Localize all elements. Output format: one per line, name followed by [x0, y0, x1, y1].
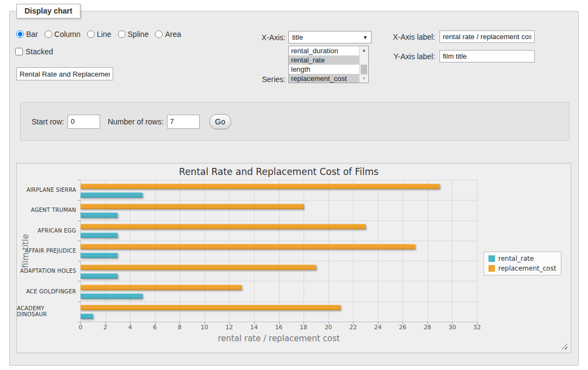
y-gridline [81, 221, 477, 221]
y-tick-mark [78, 200, 81, 200]
x-gridline [477, 180, 478, 322]
x-gridline [254, 180, 255, 322]
y-tick-mark [78, 221, 81, 221]
radio-line[interactable] [87, 30, 95, 38]
chart-type-option-line[interactable]: Line [87, 30, 111, 39]
x-gridline [81, 180, 81, 322]
y-gridline [81, 302, 477, 302]
rows-panel: Start row: Number of rows: Go [20, 102, 570, 141]
x-gridline [403, 180, 403, 322]
bar-replacement_cost[interactable] [81, 184, 440, 189]
bar-replacement_cost[interactable] [81, 224, 366, 229]
x-tick-label: 10 [201, 324, 208, 331]
bar-rental_rate[interactable] [81, 293, 143, 299]
radio-area[interactable] [155, 30, 163, 38]
stacked-checkbox[interactable] [15, 48, 23, 55]
stacked-option[interactable]: Stacked [15, 47, 53, 56]
series-option-rental_rate[interactable]: rental_rate [289, 55, 359, 65]
start-row-input[interactable] [67, 115, 100, 129]
legend-swatch [488, 255, 495, 262]
bar-replacement_cost[interactable] [81, 244, 415, 249]
chart-x-axis-title: rental rate / replacement cost [81, 334, 477, 343]
x-tick-label: 14 [250, 324, 258, 331]
chart-type-radiogroup: BarColumnLineSplineArea [16, 30, 181, 39]
radio-column[interactable] [45, 30, 52, 38]
series-label: Series: [234, 75, 286, 84]
bar-replacement_cost[interactable] [81, 204, 304, 209]
x-axis-label-input[interactable] [440, 30, 535, 43]
x-gridline [130, 180, 131, 322]
x-gridline [155, 180, 156, 322]
x-axis-selected-value: title [292, 33, 303, 41]
chart-legend: rental_rate replacement_cost [484, 252, 561, 275]
x-gridline [205, 180, 205, 322]
bar-rental_rate[interactable] [81, 192, 143, 198]
fieldset-legend: Display chart [16, 4, 81, 18]
y-gridline [81, 261, 477, 261]
bar-replacement_cost[interactable] [81, 265, 316, 270]
x-tick-label: 26 [399, 324, 406, 331]
x-gridline [180, 180, 180, 322]
radio-label: Column [54, 30, 81, 39]
radio-label: Line [97, 30, 111, 39]
legend-item-rental-rate[interactable]: rental_rate [488, 255, 556, 262]
x-tick-label: 0 [79, 324, 83, 331]
chart-title: Rental Rate and Replacement Cost of Film… [81, 166, 477, 177]
series-options: rental_durationrental_ratelengthreplacem… [289, 46, 359, 83]
series-option-replacement_cost[interactable]: replacement_cost [289, 74, 359, 83]
bar-rental_rate[interactable] [81, 273, 117, 279]
chart-type-option-column[interactable]: Column [45, 30, 81, 39]
radio-label: Area [165, 30, 181, 39]
chart-type-option-spline[interactable]: Spline [118, 30, 149, 39]
number-of-rows-input[interactable] [167, 115, 200, 129]
radio-bar[interactable] [16, 30, 24, 38]
scrollbar-thumb[interactable] [361, 65, 367, 76]
chart-type-option-bar[interactable]: Bar [16, 30, 38, 39]
x-tick-label: 24 [374, 324, 382, 331]
legend-item-replacement-cost[interactable]: replacement_cost [488, 265, 556, 272]
x-axis-select[interactable]: title ▼ [288, 31, 372, 43]
chevron-down-icon: ▼ [363, 35, 368, 40]
bar-rental_rate[interactable] [81, 313, 93, 319]
stacked-label: Stacked [26, 47, 53, 56]
x-axis-label-field-label: X-Axis label: [381, 33, 435, 41]
x-tick-label: 22 [349, 324, 357, 331]
category-label: ACADEMY DINOSAUR [17, 302, 76, 322]
start-row-label: Start row: [32, 117, 64, 126]
x-gridline [229, 180, 230, 322]
series-scrollbar[interactable]: ▲ ▼ [359, 46, 368, 83]
chart-title-input[interactable] [16, 67, 113, 80]
scroll-up-icon[interactable]: ▲ [360, 46, 368, 54]
bar-rental_rate[interactable] [81, 233, 117, 238]
category-label: AIRPLANE SIERRA [17, 180, 76, 200]
y-tick-mark [78, 281, 81, 281]
y-axis-label-field-label: Y-Axis label: [381, 52, 435, 61]
x-gridline [452, 180, 453, 322]
bar-replacement_cost[interactable] [81, 305, 341, 310]
category-label: ACE GOLDFINGER [17, 281, 76, 301]
y-gridline [81, 281, 477, 281]
page: Display chart BarColumnLineSplineArea St… [0, 0, 588, 370]
x-gridline [428, 180, 428, 322]
series-option-length[interactable]: length [289, 65, 359, 74]
go-button[interactable]: Go [209, 114, 231, 129]
series-listbox[interactable]: rental_durationrental_ratelengthreplacem… [288, 46, 369, 83]
chart-type-option-area[interactable]: Area [155, 30, 181, 39]
series-option-rental_duration[interactable]: rental_duration [289, 46, 359, 55]
resize-grip-icon[interactable] [561, 343, 567, 349]
x-gridline [378, 180, 379, 322]
radio-label: Spline [128, 30, 149, 39]
y-axis-label-input[interactable] [440, 50, 535, 62]
x-tick-label: 32 [473, 324, 481, 331]
bar-replacement_cost[interactable] [81, 285, 242, 290]
legend-swatch [488, 265, 495, 272]
scroll-down-icon[interactable]: ▼ [360, 74, 368, 83]
y-gridline [81, 241, 477, 241]
chart-y-axis-title: film title [21, 221, 30, 281]
bar-rental_rate[interactable] [81, 253, 117, 258]
legend-label: replacement_cost [498, 265, 556, 272]
bar-rental_rate[interactable] [81, 212, 117, 218]
y-tick-mark [78, 241, 81, 241]
x-tick-label: 4 [128, 324, 132, 331]
radio-spline[interactable] [118, 30, 126, 38]
